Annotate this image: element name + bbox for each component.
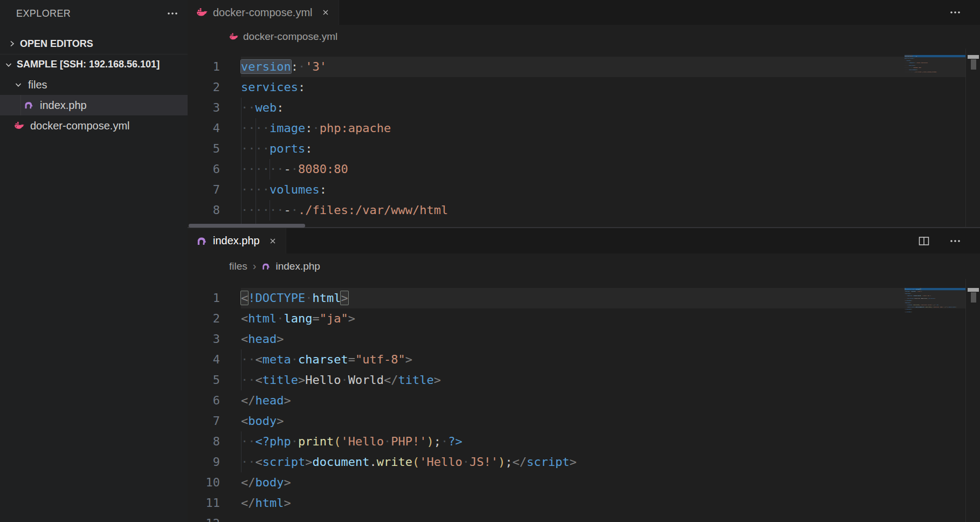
code-token: = (312, 312, 319, 325)
section-open-editors[interactable]: OPEN EDITORS (0, 33, 188, 54)
tab-close-button[interactable] (268, 237, 277, 245)
code-line-8[interactable]: 8··<?php·print('Hello·PHP!');·?> (188, 431, 980, 452)
tab-close-button[interactable] (321, 8, 330, 17)
code-token: "ja" (917, 291, 921, 292)
code-token: ; (505, 455, 512, 469)
code-line-2[interactable]: 2services: (188, 77, 980, 98)
code-token: html (907, 311, 911, 312)
code-token: document (312, 455, 369, 469)
code-line-3[interactable]: 3<head> (188, 329, 980, 349)
minimap-line (905, 73, 965, 75)
docker-icon (229, 32, 239, 42)
code-line-9[interactable]: 9··<script>document.write('Hello·JS!');<… (188, 452, 980, 472)
more-actions-button[interactable] (949, 6, 962, 19)
code-token: > (305, 455, 312, 469)
code-line-1[interactable]: 1version:·'3' (188, 57, 980, 77)
tab-bar-bottom: index.php (188, 228, 980, 253)
breadcrumb-item-files[interactable]: files (229, 260, 247, 272)
section-sample-ssh[interactable]: SAMPLE [SSH: 192.168.56.101] (0, 54, 188, 74)
line-number: 6 (188, 390, 220, 411)
code-token: body (248, 414, 277, 428)
explorer-more-button[interactable] (166, 7, 179, 20)
tab-label: docker-compose.yml (213, 6, 313, 19)
code-token: !DOCTYPE (248, 291, 305, 305)
editor-group-bottom: index.php files › index.php 1<!DOCTYPE·h… (188, 228, 980, 522)
code-token: World (348, 373, 384, 387)
horizontal-scrollbar-thumb[interactable] (189, 224, 305, 228)
code-token: · (277, 312, 284, 325)
code-token: php:apache (917, 62, 928, 64)
code-token: > (434, 373, 441, 387)
minimap[interactable]: version:·'3'services:··web:····image:·ph… (905, 55, 965, 78)
code-token: script (949, 306, 955, 308)
code-token: 'Hello (920, 304, 927, 306)
code-token: ···· (905, 69, 909, 71)
line-number: 11 (188, 493, 220, 513)
code-line-11[interactable]: 11</html> (188, 493, 980, 513)
code-line-5[interactable]: 5··<title>Hello·World</title> (188, 370, 980, 390)
scrollbar[interactable] (965, 279, 980, 522)
docker-icon (14, 120, 25, 131)
code-line-9[interactable]: 9 (188, 221, 980, 227)
breadcrumb-item-index-php[interactable]: index.php (261, 260, 320, 272)
code-token: "utf-8" (922, 295, 930, 297)
code-token: image (909, 62, 914, 64)
sidebar-item-docker-compose-yml[interactable]: docker-compose.yml (0, 115, 188, 136)
code-token: ( (334, 435, 341, 448)
code-line-6[interactable]: 6</head> (188, 390, 980, 411)
code-line-8[interactable]: 8······-·./files:/var/www/html (188, 200, 980, 221)
sidebar-item-files[interactable]: files (0, 74, 188, 95)
line-number: 3 (188, 98, 220, 118)
breadcrumb-item-docker-compose[interactable]: docker-compose.yml (229, 31, 337, 43)
code-token: : (914, 64, 915, 66)
code-line-12[interactable]: 12 (188, 513, 980, 522)
code-token: · (441, 435, 448, 448)
scrollbar-thumb[interactable] (971, 59, 976, 70)
code-line-1[interactable]: 1<!DOCTYPE·html> (188, 288, 980, 308)
code-token: ······ (241, 162, 284, 176)
code-token: : (917, 69, 918, 71)
code-line-7[interactable]: 7<body> (188, 411, 980, 431)
code-token: ·· (241, 373, 256, 387)
code-token: ports (909, 64, 914, 66)
code-token: < (241, 414, 248, 428)
explorer-header: EXPLORER (0, 0, 188, 27)
docker-icon (196, 6, 208, 18)
code-token: < (256, 353, 263, 366)
code-line-4[interactable]: 4····image:·php:apache (188, 118, 980, 139)
sidebar-item-label: docker-compose.yml (30, 120, 130, 132)
code-editor-index-php[interactable]: 1<!DOCTYPE·html>2<html·lang="ja">3<head>… (188, 279, 980, 522)
line-number: 3 (188, 329, 220, 349)
code-line-4[interactable]: 4··<meta·charset="utf-8"> (188, 349, 980, 370)
split-editor-button[interactable] (917, 235, 930, 248)
code-token: ······ (905, 71, 911, 73)
code-token: ···· (905, 64, 909, 66)
sidebar-item-index-php[interactable]: index.php (0, 95, 188, 115)
code-token: ···· (905, 62, 909, 64)
tab-index-php[interactable]: index.php (188, 228, 286, 253)
code-editor-docker-compose[interactable]: 1version:·'3'2services:3··web:4····image… (188, 49, 980, 227)
code-token: ···· (241, 142, 270, 155)
line-number: 6 (188, 159, 220, 180)
scrollbar-thumb[interactable] (971, 292, 976, 303)
code-line-5[interactable]: 5····ports: (188, 139, 980, 159)
code-line-6[interactable]: 6······-·8080:80 (188, 159, 980, 180)
editor-sash[interactable] (188, 227, 980, 228)
code-token: · (291, 162, 298, 176)
code-token: ports (270, 142, 305, 155)
current-line-highlight (241, 57, 965, 77)
code-line-3[interactable]: 3··web: (188, 98, 980, 118)
more-actions-button[interactable] (949, 235, 962, 248)
code-token: > (910, 302, 911, 304)
scrollbar[interactable] (965, 49, 980, 227)
php-icon (196, 235, 208, 247)
code-line-7[interactable]: 7····volumes: (188, 180, 980, 200)
sidebar-item-label: index.php (40, 99, 87, 112)
code-token: version (241, 60, 291, 73)
code-token: </ (512, 455, 527, 469)
code-line-10[interactable]: 10</body> (188, 472, 980, 493)
minimap[interactable]: <!DOCTYPE·html><html·lang="ja"><head>··<… (905, 288, 965, 317)
code-line-2[interactable]: 2<html·lang="ja"> (188, 308, 980, 329)
code-token: > (955, 306, 956, 308)
tab-docker-compose-yml[interactable]: docker-compose.yml (188, 0, 339, 25)
